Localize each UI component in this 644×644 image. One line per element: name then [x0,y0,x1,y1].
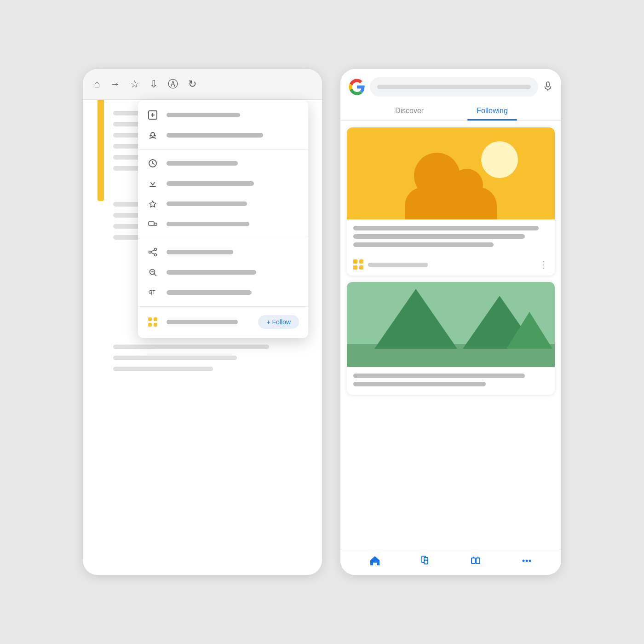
menu-label [167,181,254,186]
browser-panel: ⌂ → ☆ ⇩ Ⓐ ↻ [83,69,322,575]
mobile-tabs: Discover Following [340,101,561,121]
mountain-left [374,289,457,349]
translate-icon: G T [147,287,158,298]
menu-item-follow[interactable]: + Follow [138,310,308,334]
search-fill [377,85,531,89]
svg-rect-27 [476,558,480,564]
menu-label [167,113,240,117]
svg-point-32 [529,560,531,562]
svg-point-5 [154,135,156,137]
card-footer: ⋮ [347,255,555,276]
card-content [347,219,555,255]
share-icon [147,247,158,258]
home-icon[interactable]: ⌂ [94,78,100,90]
feed-card-weather: ⋮ [347,127,555,276]
svg-point-11 [155,248,157,251]
svg-line-15 [151,253,155,254]
refresh-icon[interactable]: ↻ [188,78,196,90]
menu-label [167,161,238,166]
more-options-icon[interactable]: ⋮ [539,259,548,270]
source-label [368,263,428,267]
find-icon [147,267,158,278]
menu-item-history[interactable] [138,153,308,173]
mobile-panel: Discover Following [340,69,561,575]
search-bar[interactable] [370,77,538,97]
menu-label [167,250,233,254]
tab-discover[interactable]: Discover [368,101,451,121]
svg-point-12 [155,254,157,256]
card-line [353,234,525,239]
mobile-bottom-nav [340,549,561,575]
menu-label [167,320,238,324]
svg-rect-22 [546,82,549,87]
svg-point-4 [150,135,151,137]
follow-button[interactable]: + Follow [258,315,299,329]
menu-label [167,270,256,275]
source-icon [353,259,363,270]
svg-point-13 [149,251,151,253]
menu-divider [138,238,308,238]
downloads-icon [147,178,158,189]
svg-rect-26 [472,558,475,564]
page-line [113,367,213,371]
card-line [353,382,486,386]
menu-item-downloads[interactable] [138,173,308,194]
menu-item-translate[interactable]: G T [138,282,308,303]
browser-toolbar: ⌂ → ☆ ⇩ Ⓐ ↻ [83,69,322,100]
nature-image [347,282,555,367]
nav-more-icon[interactable] [521,555,533,567]
context-menu: G T + Follow [138,100,308,338]
card-line [353,226,539,230]
bookmark-star-icon[interactable]: ☆ [130,78,139,90]
svg-line-14 [151,250,155,252]
forward-icon[interactable]: → [110,78,120,90]
menu-label [167,290,252,295]
history-icon [147,158,158,169]
mountain-far-right [506,312,552,349]
page-line [113,345,269,349]
svg-point-30 [523,560,525,562]
svg-line-17 [154,274,156,276]
new-tab-icon [147,109,158,121]
page-line [113,356,237,360]
card-content [347,367,555,395]
svg-point-3 [151,132,155,136]
google-logo [349,79,365,95]
menu-item-find[interactable] [138,262,308,282]
incognito-icon [147,130,158,141]
menu-item-bookmarks[interactable] [138,194,308,214]
cloud-decoration [405,169,497,219]
menu-divider [138,306,308,307]
svg-point-31 [526,560,528,562]
mic-icon[interactable] [543,81,553,93]
menu-label [167,133,263,138]
nav-bookmarks-icon[interactable] [420,555,431,567]
menu-item-share[interactable] [138,242,308,262]
menu-item-new-tab[interactable] [138,105,308,125]
svg-text:T: T [152,289,155,295]
follow-source-icon [147,316,158,328]
svg-rect-9 [149,222,154,225]
svg-rect-10 [154,223,157,225]
menu-label [167,222,249,226]
devices-icon [147,218,158,230]
svg-marker-8 [150,201,156,207]
nav-grid-icon[interactable] [470,555,482,567]
bookmarks-icon [147,198,158,209]
card-line [353,242,494,247]
card-line [353,374,525,378]
bookmark-strip [98,100,104,201]
feed-card-nature [347,282,555,395]
download-icon[interactable]: ⇩ [150,78,158,90]
mobile-header [340,69,561,101]
weather-image [347,127,555,219]
info-icon[interactable]: Ⓐ [168,77,178,91]
menu-label [167,201,247,206]
nav-home-icon[interactable] [369,555,381,567]
tab-following[interactable]: Following [451,101,534,121]
menu-item-devices[interactable] [138,214,308,234]
menu-item-incognito[interactable] [138,125,308,145]
menu-divider [138,149,308,150]
mobile-feed: ⋮ [340,121,561,549]
